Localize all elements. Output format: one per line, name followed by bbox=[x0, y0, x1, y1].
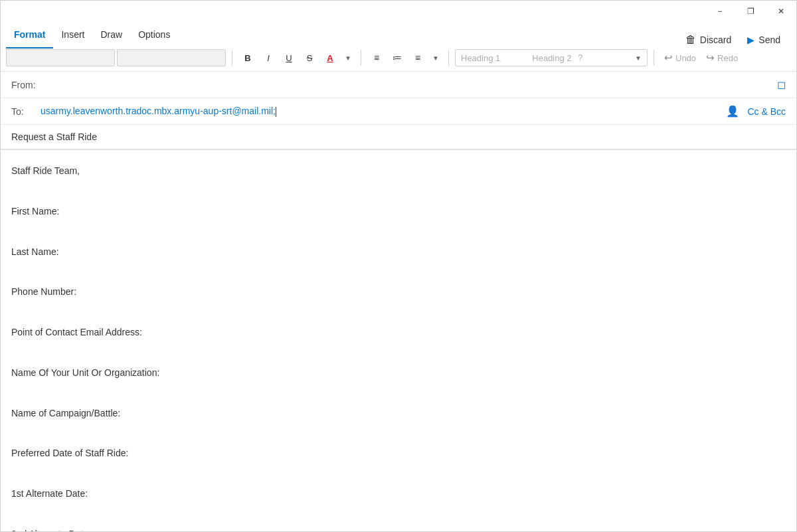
greeting: Staff Ride Team, bbox=[11, 163, 786, 178]
undo-label: Undo bbox=[675, 53, 696, 63]
close-icon: ✕ bbox=[778, 7, 784, 16]
discard-icon: 🗑 bbox=[685, 34, 696, 46]
tab-insert[interactable]: Insert bbox=[53, 22, 92, 48]
subject-text[interactable]: Request a Staff Ride bbox=[11, 132, 97, 142]
preferred-date-field: Preferred Date of Staff Ride: bbox=[11, 446, 786, 460]
empty-line-3 bbox=[11, 264, 786, 279]
email-header: From: ◻ To: usarmy.leavenworth.tradoc.mb… bbox=[1, 72, 796, 150]
alt-date1-field: 1st Alternate Date: bbox=[11, 486, 786, 501]
first-name-field: First Name: bbox=[11, 204, 786, 219]
send-label: Send bbox=[758, 35, 780, 45]
separator-2 bbox=[361, 50, 361, 66]
tab-options[interactable]: Options bbox=[130, 22, 178, 48]
from-actions: ◻ bbox=[777, 78, 786, 91]
strikethrough-button[interactable]: S bbox=[300, 48, 319, 67]
titlebar: − ❐ ✕ bbox=[1, 1, 796, 22]
font-size-input[interactable] bbox=[117, 49, 226, 66]
font-color-button[interactable]: A bbox=[321, 48, 339, 67]
to-value[interactable]: usarmy.leavenworth.tradoc.mbx.armyu-aup-… bbox=[41, 106, 726, 117]
close-button[interactable]: ✕ bbox=[766, 1, 796, 22]
last-name-field: Last Name: bbox=[11, 244, 786, 259]
heading2-label: Heading 2 bbox=[532, 53, 571, 63]
unit-field: Name Of Your Unit Or Organization: bbox=[11, 365, 786, 380]
alt-date2-field: 2nd Alternate Date: bbox=[11, 527, 786, 531]
undo-icon: ↩ bbox=[664, 52, 673, 64]
campaign-field: Name of Campaign/Battle: bbox=[11, 406, 786, 420]
tab-draw[interactable]: Draw bbox=[92, 22, 130, 48]
undo-button[interactable]: ↩ Undo bbox=[660, 48, 700, 67]
bold-button[interactable]: B bbox=[238, 48, 257, 67]
underline-button[interactable]: U bbox=[280, 48, 298, 67]
send-icon: ▶ bbox=[747, 35, 754, 45]
phone-field: Phone Number: bbox=[11, 284, 786, 299]
indent-button[interactable]: ≡ bbox=[408, 48, 427, 67]
external-link-icon[interactable]: ◻ bbox=[777, 79, 786, 90]
contact-picker-icon[interactable]: 👤 bbox=[726, 105, 739, 118]
maximize-button[interactable]: ❐ bbox=[735, 1, 766, 22]
empty-line-8 bbox=[11, 466, 786, 481]
heading-help-icon: ? bbox=[578, 53, 583, 62]
send-button[interactable]: ▶ Send bbox=[742, 32, 786, 48]
to-label: To: bbox=[11, 106, 35, 117]
empty-line-6 bbox=[11, 385, 786, 400]
maximize-icon: ❐ bbox=[747, 7, 754, 16]
heading-dropdown[interactable]: Heading 1 Heading 2 ? ▼ bbox=[455, 49, 648, 66]
empty-line-5 bbox=[11, 345, 786, 360]
discard-button[interactable]: 🗑 Discard bbox=[680, 31, 737, 48]
minimize-icon: − bbox=[717, 7, 722, 16]
to-field-actions: 👤 Cc & Bcc bbox=[726, 105, 786, 118]
to-row: To: usarmy.leavenworth.tradoc.mbx.armyu-… bbox=[1, 98, 796, 125]
minimize-button[interactable]: − bbox=[705, 1, 735, 22]
from-label: From: bbox=[11, 80, 36, 90]
empty-line-9 bbox=[11, 507, 786, 521]
cc-bcc-button[interactable]: Cc & Bcc bbox=[747, 106, 786, 117]
redo-label: Redo bbox=[717, 53, 738, 63]
empty-line-2 bbox=[11, 224, 786, 238]
font-color-dropdown[interactable]: ▼ bbox=[341, 48, 355, 67]
empty-line-4 bbox=[11, 305, 786, 319]
heading1-label: Heading 1 bbox=[461, 53, 500, 63]
subject-row: Request a Staff Ride bbox=[1, 125, 796, 149]
cursor bbox=[276, 107, 276, 117]
heading-chevron-icon: ▼ bbox=[635, 54, 642, 62]
separator-1 bbox=[232, 50, 232, 66]
poc-email-field: Point of Contact Email Address: bbox=[11, 325, 786, 339]
email-body[interactable]: Staff Ride Team, First Name: Last Name: … bbox=[1, 150, 796, 531]
list-dropdown[interactable]: ▼ bbox=[429, 48, 442, 67]
empty-line bbox=[11, 183, 786, 198]
empty-line-7 bbox=[11, 426, 786, 440]
bullet-list-button[interactable]: ≡ bbox=[367, 48, 386, 67]
tab-format[interactable]: Format bbox=[6, 22, 53, 48]
separator-3 bbox=[448, 50, 449, 66]
numbered-list-button[interactable]: ≔ bbox=[388, 48, 406, 67]
redo-icon: ↪ bbox=[706, 52, 715, 64]
from-row: From: ◻ bbox=[1, 72, 796, 98]
discard-label: Discard bbox=[700, 35, 731, 45]
italic-button[interactable]: I bbox=[259, 48, 278, 67]
font-name-input[interactable] bbox=[6, 49, 115, 66]
redo-button[interactable]: ↪ Redo bbox=[702, 48, 742, 67]
separator-4 bbox=[654, 50, 654, 66]
